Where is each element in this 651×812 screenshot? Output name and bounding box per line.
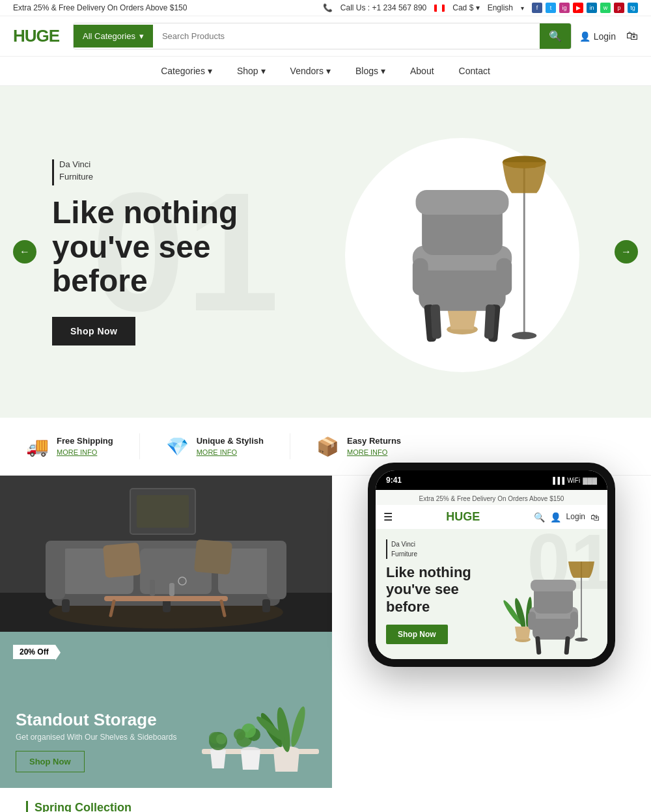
right-phone-container: 9:41 ▐▐▐ WiFi ▓▓▓ Extra 25% & Free Deliv… [332,476,651,788]
nav-blogs[interactable]: Blogs ▾ [353,57,388,85]
battery-icon: ▓▓▓ [583,477,597,484]
cart-icon[interactable]: 🛍 [626,29,638,43]
phone-brand-text: Da Vinci Furniture [391,539,417,559]
twitter-icon[interactable]: t [546,3,556,13]
chair-illustration [352,125,573,385]
nav-blogs-label: Blogs [355,66,378,76]
svg-rect-17 [496,258,512,295]
feature-free-shipping: 🚚 Free Shipping MORE INFO [26,436,113,457]
phone-login-label[interactable]: Login [566,512,585,522]
feature-shipping-title: Free Shipping [57,436,113,446]
phone-header-actions: 🔍 👤 Login 🛍 [534,512,600,522]
promo-text: Extra 25% & Free Delivery On Orders Abov… [13,3,187,12]
phone-icon: 📞 [323,3,333,12]
sofa-image [0,476,332,632]
phone-promo-bar: Extra 25% & Free Delivery On Orders Abov… [376,490,607,505]
main-nav: Categories ▾ Shop ▾ Vendors ▾ Blogs ▾ Ab… [0,57,651,86]
phone-hamburger-icon[interactable]: ☰ [383,511,393,523]
phone-header: ☰ HUGE 🔍 👤 Login 🛍 [376,505,607,529]
hero-next-button[interactable]: → [615,240,638,264]
hero-shop-button[interactable]: Shop Now [52,317,135,345]
svg-point-1 [512,332,536,339]
phone-cart-icon[interactable]: 🛍 [590,512,600,522]
search-input[interactable] [153,25,540,47]
storage-promo-card: 20% Off Standout Storage Get organised W… [0,632,332,788]
feature-shipping-link[interactable]: MORE INFO [57,448,97,456]
category-dropdown[interactable]: All Categories ▾ [74,25,153,47]
phone-shop-button[interactable]: Shop Now [386,625,448,644]
phone-logo[interactable]: HUGE [446,510,480,524]
phone-promo-text: Extra 25% & Free Delivery On Orders Abov… [419,495,564,502]
main-content: 20% Off Standout Storage Get organised W… [0,476,651,788]
phone-brand-line2: Furniture [391,549,417,559]
brand-line2: Furniture [59,170,93,183]
promo-title: Standout Storage [16,710,176,730]
instagram-icon[interactable]: ig [559,3,570,13]
svg-rect-33 [262,599,270,612]
svg-rect-15 [484,304,495,339]
phone-chair-image [503,555,601,659]
svg-rect-29 [46,541,65,599]
svg-point-46 [288,705,308,748]
phone-user-icon[interactable]: 👤 [550,512,561,522]
chevron-icon: ▾ [326,66,331,76]
chevron-icon: ▾ [381,66,385,76]
search-button[interactable]: 🔍 [540,23,571,49]
feature-returns-link[interactable]: MORE INFO [347,448,387,456]
svg-rect-38 [169,583,174,596]
sofa-svg [0,476,332,632]
nav-shop-label: Shop [237,66,258,76]
svg-rect-14 [430,304,441,339]
phone-brand-bar [386,539,387,559]
login-button[interactable]: 👤 Login [579,31,616,42]
facebook-icon[interactable]: f [532,3,542,13]
nav-contact[interactable]: Contact [456,57,493,85]
telegram-icon[interactable]: tg [628,3,638,13]
left-products: 20% Off Standout Storage Get organised W… [0,476,332,788]
social-icons: f t ig ▶ in w p tg [532,3,638,13]
feature-returns: 📦 Easy Returns MORE INFO [316,436,401,457]
nav-vendors-label: Vendors [290,66,324,76]
phone-headline: Like nothing you've see before [386,564,503,616]
nav-categories-label: Categories [161,66,205,76]
promo-shop-button[interactable]: Shop Now [16,751,85,772]
pinterest-icon[interactable]: p [614,3,624,13]
flag-icon [434,5,445,12]
svg-rect-16 [413,258,428,295]
search-bar: All Categories ▾ 🔍 [73,23,572,49]
hero-brand: Da Vinci Furniture [52,158,299,185]
logo[interactable]: HUGE [13,26,65,46]
phone-brand-line1: Da Vinci [391,539,417,549]
whatsapp-icon[interactable]: w [600,3,611,13]
nav-categories[interactable]: Categories ▾ [158,57,215,85]
phone-time: 9:41 [386,476,402,485]
svg-rect-69 [528,612,536,630]
nav-about[interactable]: About [408,57,437,85]
nav-vendors[interactable]: Vendors ▾ [288,57,333,85]
sofa-product-card [0,476,332,632]
nav-shop[interactable]: Shop ▾ [234,57,268,85]
top-bar-right: 📞 Call Us : +1 234 567 890 Cad $ ▾ Engli… [323,3,638,13]
login-label: Login [594,31,616,42]
spring-section: Spring Collection [0,788,651,812]
discount-badge: 20% Off [13,645,55,659]
linkedin-icon[interactable]: in [587,3,597,13]
feature-stylish-link[interactable]: MORE INFO [197,448,237,456]
phone-notch [459,470,524,487]
youtube-icon[interactable]: ▶ [573,3,583,13]
header-right: 👤 Login 🛍 [579,29,638,43]
hero-prev-button[interactable]: ← [13,240,36,264]
language-selector[interactable]: English [488,3,513,12]
hero-content: Da Vinci Furniture Like nothing you've s… [0,158,352,345]
brand-line1: Da Vinci [59,158,93,171]
hero-brand-text: Da Vinci Furniture [59,158,93,183]
plants-decoration [202,645,319,788]
phone-search-icon[interactable]: 🔍 [534,512,545,522]
svg-rect-41 [137,495,189,528]
spring-collection-title: Spring Collection [26,801,625,812]
feature-stylish-text: Unique & Stylish MORE INFO [197,436,264,457]
feature-divider-1 [139,433,140,459]
diamond-icon: 💎 [166,436,189,457]
phone-mockup: 9:41 ▐▐▐ WiFi ▓▓▓ Extra 25% & Free Deliv… [368,463,615,667]
currency-label[interactable]: Cad $ ▾ [452,3,479,12]
